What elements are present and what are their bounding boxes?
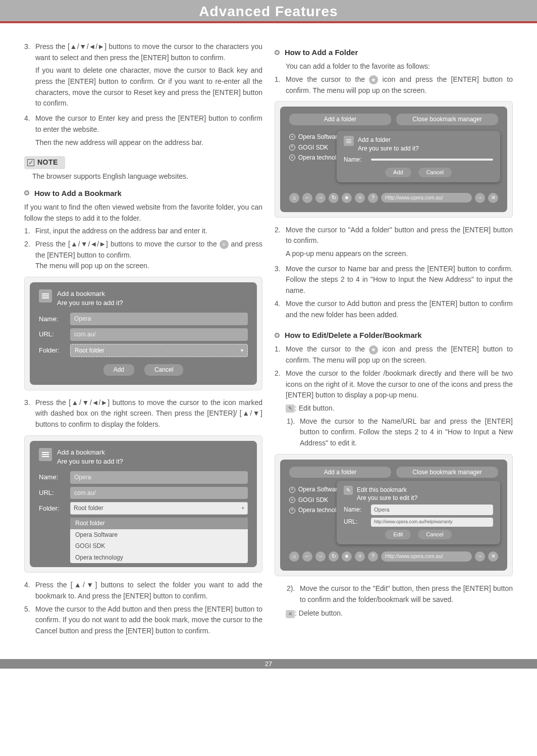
add-bookmark-dialog: Add a bookmark Are you sure to add it? N… [24,277,262,390]
name-input[interactable] [371,159,493,161]
substep-text: Move the cursor to the "Edit" button, th… [300,583,513,605]
add-bookmark-icon[interactable]: ✧ [355,551,365,562]
forward-icon[interactable]: → [315,551,326,562]
cancel-button[interactable]: Cancel [418,168,452,177]
step-number: 2. [275,225,283,262]
step-number: 1. [24,226,32,237]
add-bookmark-icon: ✧ [220,240,229,249]
step-number: 2. [275,368,283,401]
star-icon[interactable]: ★ [342,193,352,203]
reload-icon[interactable]: ↻ [329,551,339,562]
cancel-button[interactable]: Cancel [144,364,183,376]
go-icon[interactable]: → [475,193,485,203]
close-icon[interactable]: ✕ [488,551,498,562]
step-text: Move the cursor to "Add a folder" button… [286,225,513,246]
close-manager-tab[interactable]: Close bookmark manager [396,114,498,125]
close-icon[interactable]: ✕ [488,193,498,203]
url-bar[interactable]: Http://www.opera.com.au/ [381,193,472,203]
left-column: 3. Press the [▲/▼/◄/►] buttons to move t… [24,41,262,639]
name-label: Name: [39,314,65,324]
home-icon[interactable]: ⌂ [289,551,299,562]
url-label: URL: [39,329,65,339]
add-folder-tab[interactable]: Add a folder [289,467,391,478]
step-number: 2. [24,239,32,272]
step-number: 3. [24,41,32,111]
note-label: NOTE [37,157,58,168]
popup-title: Edit this bookmark [357,486,417,494]
folder-select[interactable]: Root folder [70,502,248,515]
dropdown-option[interactable]: Opera Software [70,529,248,541]
dropdown-option[interactable]: Root folder [70,518,248,529]
forward-icon[interactable]: → [315,193,326,203]
dialog-icon [39,289,52,303]
header-accent [0,21,537,23]
step-text: Press the [▲/▼/◄/►] buttons to move the … [35,240,217,248]
reload-icon[interactable]: ↻ [329,193,339,203]
name-input[interactable]: Opera [70,313,248,325]
edit-bookmark-dialog: Add a folder Close bookmark manager +Ope… [275,454,513,576]
name-label: Name: [344,505,366,515]
page-number: 27 [0,659,537,669]
header-band: Advanced Features [0,0,537,23]
step-number: 1. [275,344,283,366]
add-bookmark-icon[interactable]: ✧ [355,193,365,203]
step-number: 4. [24,580,32,601]
expand-icon[interactable]: + [289,508,295,514]
expand-icon[interactable]: + [289,497,295,503]
help-icon[interactable]: ? [368,551,378,562]
dialog-title: Add a bookmark [57,289,123,298]
add-folder-tab[interactable]: Add a folder [289,114,391,125]
help-icon[interactable]: ? [368,193,378,203]
edit-bookmark-popup: ✎ Edit this bookmark Are you sure to edi… [337,481,500,544]
note-pill: NOTE [24,156,65,169]
step-text: Move the cursor to Name bar and press th… [286,264,513,296]
name-input[interactable]: Opera [371,505,493,515]
go-icon[interactable]: → [475,551,485,562]
subheading: How to Add a Bookmark [34,187,122,199]
close-manager-tab[interactable]: Close bookmark manager [396,467,498,478]
substep-number: 2). [287,583,298,605]
intro-text: If you want to find the often viewed web… [24,202,262,224]
back-icon[interactable]: ← [302,193,312,203]
popup-title: Add a folder [358,136,419,144]
dropdown-option[interactable]: GOGI SDK [70,540,248,552]
step-text: Move the cursor to Enter key and press t… [35,113,262,135]
url-input[interactable]: com.au/ [70,487,248,499]
back-icon[interactable]: ← [302,551,312,562]
step-text: Move the cursor to the Add button and th… [35,604,262,637]
url-input[interactable]: com.au/ [70,328,248,341]
step-number: 4. [275,298,283,320]
right-column: How to Add a Folder You can add a folder… [275,41,513,639]
url-input[interactable]: http://www.opera.com.au/help/warranty [371,518,493,527]
name-input[interactable]: Opera [70,471,248,484]
url-label: URL: [344,517,366,527]
cancel-button[interactable]: Cancel [418,530,451,539]
expand-icon[interactable]: + [289,144,295,150]
url-bar[interactable]: Http://www.opera.com.au/ [381,551,472,562]
step-text: Move the cursor to the [286,75,369,83]
edit-button[interactable]: Edit [385,530,411,539]
folder-select[interactable]: Root folder [70,344,248,358]
name-label: Name: [344,155,366,165]
star-icon[interactable]: ★ [342,551,352,562]
dialog-subtitle: Are you sure to add it? [57,298,123,308]
bullet-icon [275,333,280,338]
folder-dropdown[interactable]: Root folder Opera Software GOGI SDK Oper… [70,518,248,563]
home-icon[interactable]: ⌂ [289,193,299,203]
dialog-title: Add a bookmark [57,448,123,457]
step-number: 4. [24,113,32,150]
subheading: How to Add a Folder [285,46,358,58]
add-button[interactable]: Add [103,364,134,376]
dropdown-option[interactable]: Opera technology [70,552,248,564]
add-folder-popup: Add a folder Are you sure to add it? Nam… [337,131,500,182]
add-button[interactable]: Add [385,168,411,177]
step-text: Press the [▲/▼] buttons to select the fo… [35,580,262,601]
folder-label: Folder: [39,345,65,356]
edit-icon: ✎ [286,405,295,413]
page-title: Advanced Features [0,0,537,23]
expand-icon[interactable]: + [289,155,295,161]
expand-icon[interactable]: + [289,487,295,493]
edit-icon: ✎ [344,486,353,495]
step-number: 3. [275,264,283,296]
expand-icon[interactable]: + [289,134,295,140]
